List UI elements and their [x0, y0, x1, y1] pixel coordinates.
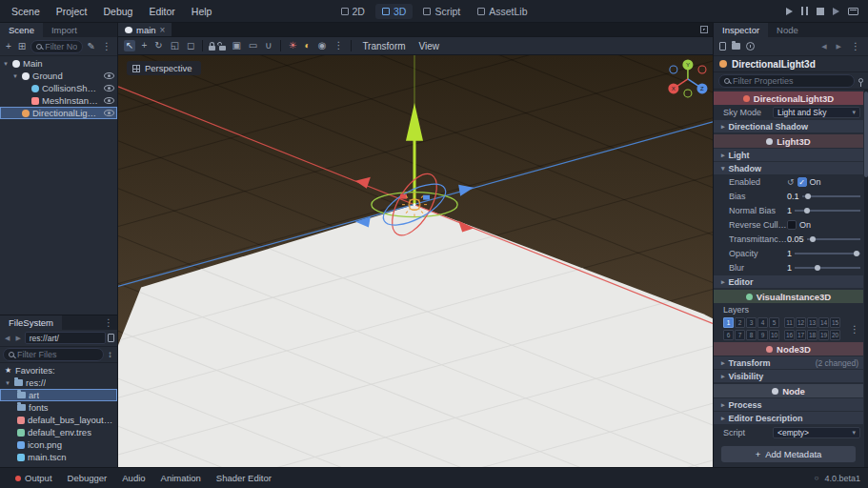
scene-node-directionallight3d[interactable]: DirectionalLight3d	[0, 107, 117, 119]
section-process[interactable]: ▸ Process	[714, 398, 863, 411]
tab-node[interactable]: Node	[768, 23, 807, 37]
normal-bias-slider[interactable]	[795, 210, 860, 212]
script-dropdown[interactable]: <empty> ▾	[773, 427, 860, 438]
layer-cell-18[interactable]: 18	[807, 330, 818, 340]
nav-back-icon[interactable]: ◀	[3, 335, 11, 342]
layer-cell-17[interactable]: 17	[796, 330, 806, 340]
layer-cell-7[interactable]: 7	[735, 330, 745, 340]
layer-cell-6[interactable]: 6	[723, 330, 734, 340]
play-icon[interactable]	[786, 8, 793, 15]
perspective-menu[interactable]: Perspective	[127, 61, 201, 75]
nav-forward-icon[interactable]: ▶	[13, 335, 22, 342]
select-tool-icon[interactable]: ↖	[124, 40, 135, 51]
fs-item-art[interactable]: art	[0, 389, 117, 401]
tab-debugger[interactable]: Debugger	[60, 471, 115, 485]
menu-project[interactable]: Project	[49, 3, 95, 20]
tab-inspector[interactable]: Inspector	[714, 23, 768, 37]
transmittance-slider[interactable]	[807, 238, 860, 240]
menu-debug[interactable]: Debug	[95, 3, 140, 20]
filter-files-input[interactable]	[17, 350, 98, 359]
focus-file-icon[interactable]	[108, 334, 114, 342]
3d-viewport[interactable]: Y X Z Perspective	[118, 55, 713, 467]
preview-environment-icon[interactable]: ◐	[303, 40, 313, 51]
layers-menu-icon[interactable]: ⋮	[850, 324, 859, 335]
layer-cell-1[interactable]: 1	[723, 317, 734, 328]
sky-mode-dropdown[interactable]: Light and Sky ▾	[773, 107, 860, 118]
tab-animation[interactable]: Animation	[153, 471, 209, 485]
snap-icon[interactable]: ∪	[263, 40, 273, 51]
stop-icon[interactable]	[817, 8, 824, 15]
workspace-2d[interactable]: 2D	[334, 4, 372, 19]
history-icon[interactable]	[746, 42, 755, 51]
transform-menu[interactable]: Transform	[357, 39, 410, 53]
fs-item-main-tscn[interactable]: main.tscn	[0, 451, 117, 463]
blur-value[interactable]: 1	[787, 263, 792, 273]
section-editor[interactable]: ▸ Editor	[714, 275, 863, 288]
transmittance-value[interactable]: 0.05	[787, 234, 804, 244]
inspector-menu-icon[interactable]: ⋮	[849, 41, 862, 52]
close-icon[interactable]: ×	[160, 25, 166, 35]
preview-sun-icon[interactable]: ☀	[287, 40, 299, 51]
visibility-eye-icon[interactable]	[104, 72, 114, 79]
camera-preview-icon[interactable]: ◉	[316, 40, 329, 51]
filter-node-input[interactable]	[45, 42, 76, 51]
tab-filesystem[interactable]: FileSystem	[0, 315, 62, 330]
layer-cell-5[interactable]: 5	[769, 317, 779, 328]
layer-cell-3[interactable]: 3	[746, 317, 757, 328]
visibility-eye-icon[interactable]	[104, 110, 114, 116]
dock-position-icon[interactable]: ⋮	[100, 315, 117, 330]
expand-viewport-icon[interactable]	[700, 26, 708, 33]
bias-slider[interactable]	[802, 195, 860, 197]
lock-icon[interactable]	[209, 46, 215, 51]
play-scene-icon[interactable]	[833, 8, 839, 15]
section-light[interactable]: ▸ Light	[714, 149, 863, 161]
scene-node-main[interactable]: ▾ Main	[0, 57, 117, 70]
opacity-value[interactable]: 1	[787, 249, 792, 258]
layer-cell-10[interactable]: 10	[769, 330, 779, 340]
instance-scene-button[interactable]: ⊞	[16, 41, 28, 52]
layer-cell-14[interactable]: 14	[818, 317, 829, 328]
view-menu[interactable]: View	[414, 39, 445, 53]
section-visibility[interactable]: ▸ Visibility	[714, 370, 863, 382]
workspace-3d[interactable]: 3D	[375, 4, 413, 19]
list-select-icon[interactable]: ◻	[185, 40, 196, 51]
layer-cell-4[interactable]: 4	[757, 317, 768, 328]
fs-item-fonts[interactable]: fonts	[0, 401, 117, 414]
add-metadata-button[interactable]: + Add Metadata	[721, 446, 856, 462]
category-directionallight3d[interactable]: DirectionalLight3D	[714, 92, 863, 105]
visibility-eye-icon[interactable]	[104, 97, 114, 104]
add-node-button[interactable]: +	[4, 41, 13, 52]
load-resource-icon[interactable]	[732, 43, 740, 50]
layer-cell-19[interactable]: 19	[818, 330, 829, 340]
visibility-eye-icon[interactable]	[104, 85, 114, 92]
revert-icon[interactable]: ↺	[787, 177, 795, 187]
bias-value[interactable]: 0.1	[787, 192, 799, 201]
move-tool-icon[interactable]: +	[139, 40, 149, 51]
reverse-cull-checkbox[interactable]	[787, 220, 797, 230]
edit-back-icon[interactable]: ◀	[819, 43, 828, 51]
blur-slider[interactable]	[795, 267, 860, 269]
attach-script-button[interactable]: ✎	[86, 41, 97, 52]
tab-shader-editor[interactable]: Shader Editor	[209, 471, 279, 485]
section-editor-description[interactable]: ▸ Editor Description	[714, 412, 863, 424]
section-transform[interactable]: ▸ Transform (2 changed)	[714, 356, 863, 369]
inspector-scrollbar[interactable]	[864, 90, 868, 467]
scale-tool-icon[interactable]: ◱	[169, 40, 181, 51]
layer-cell-15[interactable]: 15	[830, 317, 840, 328]
tab-import[interactable]: Import	[43, 23, 86, 37]
fs-item-default-bus-layout[interactable]: default_bus_layout.tres	[0, 414, 117, 426]
menu-scene[interactable]: Scene	[4, 3, 48, 20]
collapse-icon[interactable]: ▾	[2, 60, 10, 68]
fs-item-res-root[interactable]: ▾ res://	[0, 376, 117, 389]
normal-bias-value[interactable]: 1	[787, 206, 792, 215]
workspace-script[interactable]: Script	[416, 4, 467, 19]
pause-icon[interactable]	[801, 7, 808, 15]
category-visualinstance3d[interactable]: VisualInstance3D	[714, 290, 863, 303]
collapse-icon[interactable]: ▾	[4, 379, 11, 387]
scene-dock-menu-icon[interactable]: ⋮	[100, 41, 113, 52]
scene-node-meshinstance3d[interactable]: MeshInstance3d	[0, 94, 117, 107]
section-shadow[interactable]: ▾ Shadow	[714, 162, 863, 174]
layer-cell-16[interactable]: 16	[784, 330, 795, 340]
category-node3d[interactable]: Node3D	[714, 342, 863, 356]
group-icon[interactable]: ▣	[230, 40, 242, 51]
